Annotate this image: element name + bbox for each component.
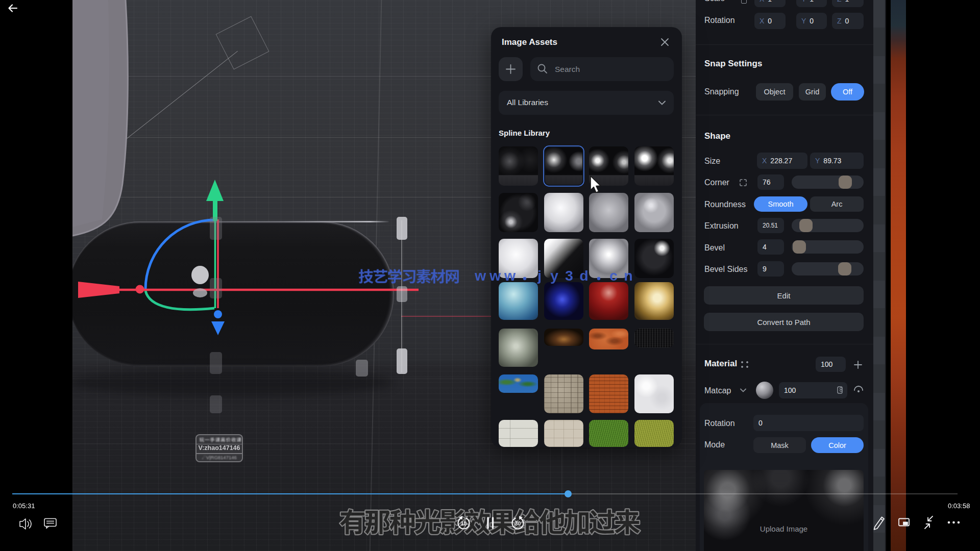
svg-text:30: 30 <box>515 520 521 527</box>
svg-text:10: 10 <box>461 520 467 527</box>
